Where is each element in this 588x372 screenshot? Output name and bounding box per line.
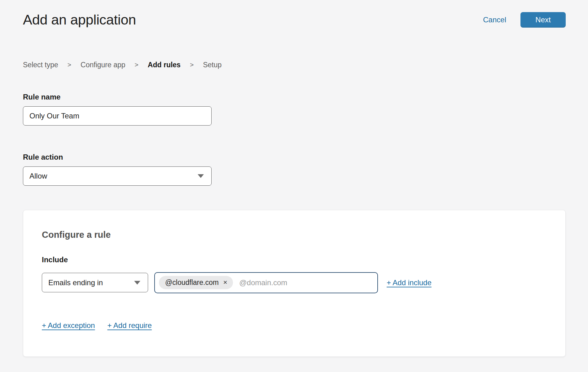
rule-action-select[interactable]: Allow [23, 166, 212, 186]
rule-name-input[interactable] [23, 106, 212, 126]
rule-links-row: + Add exception + Add require [42, 321, 547, 330]
breadcrumb-separator: > [68, 61, 71, 69]
email-domain-tag-input[interactable]: @cloudflare.com ✕ [154, 272, 378, 293]
include-label: Include [42, 255, 547, 264]
chip-remove-icon[interactable]: ✕ [223, 280, 227, 285]
rule-action-selected-value: Allow [29, 172, 47, 180]
configure-rule-card: Configure a rule Include Emails ending i… [23, 210, 566, 357]
breadcrumb-separator: > [190, 61, 194, 69]
step-setup[interactable]: Setup [203, 61, 222, 69]
include-selector-select[interactable]: Emails ending in [42, 273, 148, 292]
email-domain-chip: @cloudflare.com ✕ [159, 276, 233, 289]
chip-label: @cloudflare.com [165, 278, 219, 287]
add-include-link[interactable]: + Add include [387, 278, 432, 287]
rule-name-label: Rule name [23, 93, 566, 101]
rule-action-label: Rule action [23, 153, 566, 162]
add-require-link[interactable]: + Add require [107, 321, 151, 330]
cancel-button[interactable]: Cancel [483, 16, 506, 24]
breadcrumb: Select type > Configure app > Add rules … [23, 61, 566, 69]
include-rule-row: Emails ending in @cloudflare.com ✕ + Add… [42, 272, 547, 293]
add-exception-link[interactable]: + Add exception [42, 321, 95, 330]
breadcrumb-separator: > [135, 61, 138, 69]
next-button[interactable]: Next [520, 12, 566, 28]
step-configure-app[interactable]: Configure app [81, 61, 125, 69]
topbar-actions: Cancel Next [483, 12, 566, 28]
step-select-type[interactable]: Select type [23, 61, 58, 69]
include-selector-value: Emails ending in [48, 278, 103, 287]
email-domain-input[interactable] [239, 278, 372, 287]
add-application-page: Add an application Cancel Next Select ty… [0, 0, 588, 357]
page-title: Add an application [23, 12, 136, 28]
step-add-rules[interactable]: Add rules [148, 61, 181, 69]
chevron-down-icon [198, 174, 204, 178]
chevron-down-icon [134, 281, 140, 285]
topbar: Add an application Cancel Next [23, 0, 566, 28]
card-title: Configure a rule [42, 229, 547, 240]
